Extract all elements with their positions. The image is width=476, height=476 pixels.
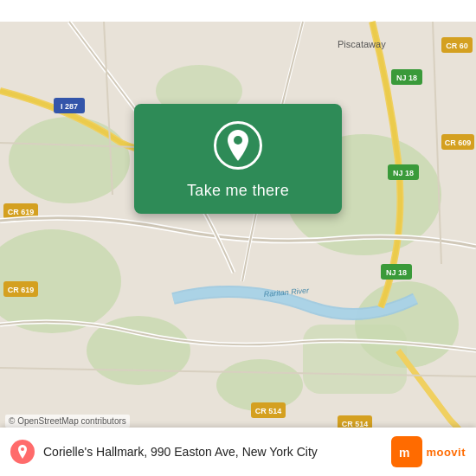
map-background: I 287 NJ 18 NJ 18 NJ 18 CR 619 CR 619 CR… bbox=[0, 0, 476, 476]
svg-rect-7 bbox=[303, 325, 407, 394]
svg-text:m: m bbox=[399, 446, 409, 460]
moovit-logo-text: moovit bbox=[426, 446, 466, 459]
svg-text:I 287: I 287 bbox=[61, 102, 78, 111]
location-label: Corielle's Hallmark, 990 Easton Ave, New… bbox=[43, 445, 318, 459]
svg-text:CR 60: CR 60 bbox=[446, 42, 468, 50]
location-pin-icon bbox=[224, 130, 252, 161]
location-icon-wrapper bbox=[214, 121, 262, 170]
map-container: I 287 NJ 18 NJ 18 NJ 18 CR 619 CR 619 CR… bbox=[0, 0, 476, 476]
svg-text:CR 619: CR 619 bbox=[8, 286, 35, 294]
take-me-there-button[interactable]: Take me there bbox=[187, 182, 289, 200]
map-attribution: © OpenStreetMap contributors bbox=[5, 415, 130, 428]
svg-point-36 bbox=[21, 447, 24, 451]
svg-text:NJ 18: NJ 18 bbox=[396, 74, 417, 82]
svg-text:CR 609: CR 609 bbox=[445, 138, 472, 147]
svg-text:NJ 18: NJ 18 bbox=[393, 169, 414, 177]
svg-text:CR 619: CR 619 bbox=[8, 208, 35, 216]
svg-text:NJ 18: NJ 18 bbox=[386, 268, 407, 277]
moovit-logo: m moovit bbox=[391, 436, 466, 467]
moovit-logo-icon: m bbox=[391, 436, 422, 467]
svg-text:CR 514: CR 514 bbox=[255, 407, 282, 415]
svg-text:Piscataway: Piscataway bbox=[338, 39, 386, 49]
svg-point-35 bbox=[234, 136, 242, 145]
action-card[interactable]: Take me there bbox=[134, 104, 342, 214]
bottom-bar: Corielle's Hallmark, 990 Easton Ave, New… bbox=[0, 428, 476, 476]
location-dot-icon bbox=[10, 440, 35, 464]
